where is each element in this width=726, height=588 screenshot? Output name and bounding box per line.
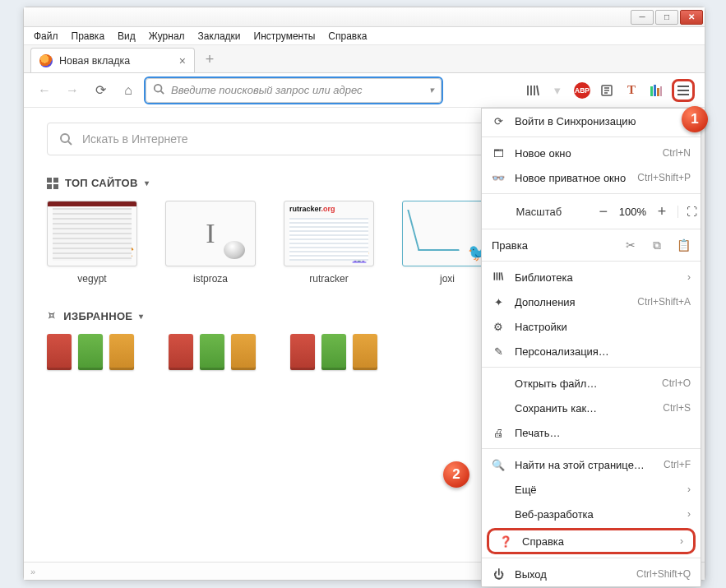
- back-button[interactable]: ←: [34, 80, 55, 101]
- menubar-item[interactable]: Инструменты: [249, 29, 321, 44]
- svg-rect-11: [654, 85, 656, 96]
- menubar-item[interactable]: Закладки: [193, 29, 246, 44]
- menu-save-as[interactable]: Сохранить как… Ctrl+S: [482, 396, 701, 420]
- tab-title: Новая вкладка: [59, 55, 130, 67]
- search-icon: 🔍: [492, 459, 505, 471]
- chevron-right-icon: ›: [687, 484, 691, 495]
- menu-exit[interactable]: ⏻ Выход Ctrl+Shift+Q: [482, 562, 701, 586]
- grid-icon: [47, 178, 58, 189]
- callout-2: 2: [443, 461, 469, 488]
- menu-customize[interactable]: ✎ Персонализация…: [482, 339, 701, 363]
- menu-library[interactable]: Библиотека ›: [482, 265, 701, 289]
- pocket-icon[interactable]: ▾: [548, 81, 566, 100]
- menu-new-window[interactable]: 🗔 Новое окно Ctrl+N: [482, 141, 701, 165]
- paste-icon[interactable]: 📋: [676, 238, 691, 252]
- svg-line-1: [161, 91, 164, 95]
- favorite-tile[interactable]: [47, 334, 134, 370]
- svg-rect-12: [657, 88, 659, 96]
- menu-find[interactable]: 🔍 Найти на этой странице… Ctrl+F: [482, 452, 701, 477]
- tile-label: joxi: [440, 273, 455, 285]
- help-icon: ❓: [499, 535, 512, 548]
- url-placeholder: Введите поисковый запрос или адрес: [171, 84, 363, 96]
- maximize-button[interactable]: □: [655, 10, 678, 25]
- menu-new-private-window[interactable]: 👓 Новое приватное окно Ctrl+Shift+P: [482, 165, 701, 190]
- thumbnail: rutracker.org🎡: [284, 201, 374, 266]
- thumbnail: VЄ: [47, 201, 137, 266]
- zoom-out-button[interactable]: −: [594, 203, 613, 220]
- fullscreen-button[interactable]: ⛶: [677, 206, 692, 218]
- tab-close-icon[interactable]: ×: [179, 54, 186, 67]
- top-site-tile[interactable]: VЄ vegypt: [47, 201, 137, 285]
- tile-label: vegypt: [77, 273, 106, 285]
- svg-rect-13: [660, 86, 662, 96]
- brush-icon: ✎: [492, 345, 505, 358]
- menu-print[interactable]: 🖨 Печать…: [482, 420, 701, 445]
- menu-settings[interactable]: ⚙ Настройки: [482, 314, 701, 339]
- zoom-percent: 100%: [619, 206, 646, 218]
- cut-icon[interactable]: ✂: [623, 238, 638, 252]
- svg-point-0: [155, 85, 162, 92]
- expand-icon[interactable]: »: [30, 567, 35, 576]
- library-icon: [492, 271, 505, 285]
- extension-icon[interactable]: [647, 81, 665, 100]
- copy-icon[interactable]: ⧉: [650, 238, 664, 252]
- abp-icon[interactable]: ABP: [573, 81, 591, 100]
- forward-button[interactable]: →: [62, 80, 83, 101]
- thumbnail: I: [165, 201, 256, 266]
- menu-addons[interactable]: ✦ Дополнения Ctrl+Shift+A: [482, 289, 701, 314]
- reload-button[interactable]: ⟳: [90, 80, 111, 101]
- search-placeholder: Искать в Интернете: [82, 132, 188, 146]
- menubar-item[interactable]: Справка: [323, 29, 372, 44]
- home-button[interactable]: ⌂: [118, 80, 139, 101]
- close-button[interactable]: ✕: [680, 10, 703, 25]
- toolbar: ← → ⟳ ⌂ Введите поисковый запрос или адр…: [24, 73, 705, 108]
- menubar-item[interactable]: Журнал: [144, 29, 190, 44]
- new-tab-button[interactable]: +: [200, 49, 220, 69]
- chevron-down-icon: ▾: [139, 312, 143, 321]
- text-icon[interactable]: T: [622, 81, 640, 100]
- chevron-down-icon: ▾: [145, 178, 149, 188]
- favorite-tile[interactable]: [290, 334, 377, 370]
- top-site-tile[interactable]: I istproza: [165, 201, 256, 285]
- gear-icon: ⚙: [492, 321, 505, 333]
- top-site-tile[interactable]: 🐦 joxi: [402, 201, 492, 285]
- thumbnail: 🐦: [402, 201, 492, 266]
- url-bar[interactable]: Введите поисковый запрос или адрес ▾: [146, 78, 442, 103]
- favorite-tile[interactable]: [169, 334, 256, 370]
- svg-line-5: [537, 86, 539, 95]
- print-icon: 🖨: [492, 427, 505, 439]
- menubar-item[interactable]: Вид: [113, 29, 141, 44]
- reader-icon[interactable]: [598, 81, 616, 100]
- search-icon: [153, 83, 164, 97]
- sync-icon: ⟳: [492, 115, 505, 127]
- menu-help[interactable]: ❓ Справка ›: [487, 528, 696, 554]
- zoom-in-button[interactable]: +: [653, 203, 671, 220]
- window-icon: 🗔: [492, 147, 505, 160]
- menubar: Файл Правка Вид Журнал Закладки Инструме…: [24, 27, 705, 45]
- puzzle-icon: ✦: [492, 296, 505, 308]
- menu-open-file[interactable]: Открыть файл… Ctrl+O: [482, 371, 701, 396]
- menu-edit-row: Правка ✂ ⧉ 📋: [482, 233, 701, 257]
- menu-webdev[interactable]: Веб-разработка ›: [482, 502, 701, 526]
- top-site-tile[interactable]: rutracker.org🎡 rutracker: [284, 201, 374, 285]
- tile-label: istproza: [193, 273, 228, 285]
- firefox-icon: [39, 54, 53, 67]
- chevron-down-icon[interactable]: ▾: [429, 85, 434, 95]
- callout-1: 1: [682, 106, 708, 132]
- hamburger-menu-button[interactable]: [672, 79, 695, 102]
- tile-label: rutracker: [309, 273, 348, 285]
- menubar-item[interactable]: Файл: [29, 29, 63, 44]
- library-icon[interactable]: [524, 81, 542, 100]
- menu-more[interactable]: Ещё ›: [482, 477, 701, 502]
- svg-line-15: [68, 141, 72, 145]
- minimize-button[interactable]: ─: [631, 10, 654, 25]
- tab-strip: Новая вкладка × +: [24, 45, 705, 73]
- menu-zoom-row: Масштаб − 100% + ⛶: [482, 197, 701, 225]
- menu-sync[interactable]: ⟳ Войти в Синхронизацию: [482, 109, 701, 133]
- tab[interactable]: Новая вкладка ×: [30, 48, 195, 72]
- pin-icon: ✧: [44, 308, 60, 324]
- menubar-item[interactable]: Правка: [67, 29, 110, 44]
- svg-line-19: [502, 272, 503, 280]
- browser-window: ─ □ ✕ Файл Правка Вид Журнал Закладки Ин…: [23, 7, 705, 581]
- app-menu: ⟳ Войти в Синхронизацию 🗔 Новое окно Ctr…: [481, 108, 701, 587]
